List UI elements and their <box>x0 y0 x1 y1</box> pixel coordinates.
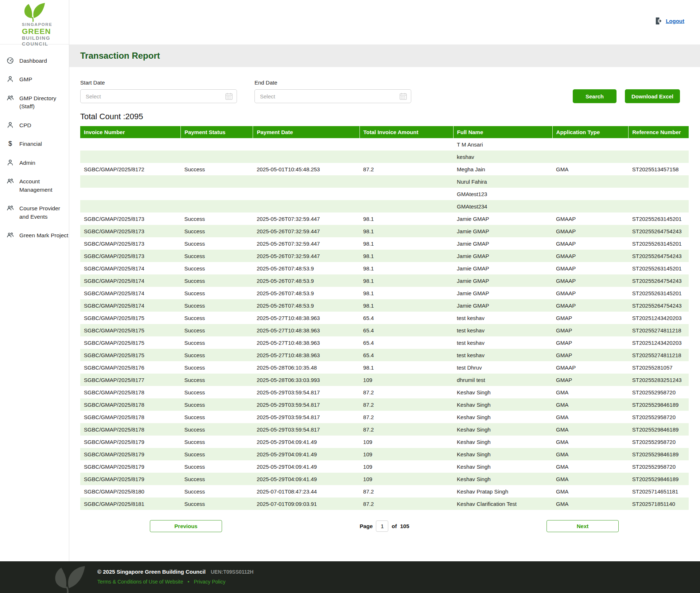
footer-copyright: © 2025 Singapore Green Building Council <box>97 569 206 575</box>
cell-application-type: GMA <box>552 411 629 423</box>
cell-invoice-number: SGBC/GMAP/2025/8178 <box>80 411 180 423</box>
cell-full-name: Jamie GMAP <box>453 262 552 274</box>
cell-application-type: GMAP <box>552 349 629 361</box>
sidebar-item-account-management[interactable]: Account Management <box>6 177 69 194</box>
privacy-policy-link[interactable]: Privacy Policy <box>194 579 225 585</box>
table-row: SGBC/GMAP/2025/8180Success2025-07-01T08:… <box>80 485 689 498</box>
sgbc-logo: SINGAPORE GREEN BUILDING COUNCIL <box>0 0 69 44</box>
filters-row: Start Date <box>80 79 689 103</box>
cell-reference-number[interactable]: ST20255264754243 <box>629 225 689 237</box>
cell-reference-number[interactable]: ST2025529846189 <box>629 473 689 485</box>
cell-reference-number[interactable]: ST20255283251243 <box>629 374 689 386</box>
terms-link[interactable]: Terms & Conditions of Use of Website <box>97 579 183 585</box>
cell-payment-status <box>180 175 253 188</box>
people-icon <box>6 231 14 239</box>
logout-link[interactable]: Logout <box>654 17 684 25</box>
cell-payment-date: 2025-05-29T03:59:54.817 <box>253 423 359 436</box>
cell-total-invoice-amount <box>359 175 453 188</box>
cell-full-name: Keshav Singh <box>453 386 552 398</box>
sidebar-item-dashboard[interactable]: Dashboard <box>6 57 69 65</box>
cell-reference-number[interactable]: ST20251243420203 <box>629 312 689 324</box>
sidebar-item-admin[interactable]: Admin <box>6 159 69 167</box>
cell-payment-date <box>253 138 359 151</box>
next-page-button[interactable]: Next <box>547 520 619 532</box>
table-row: SGBC/GMAP/2025/8178Success2025-05-29T03:… <box>80 411 689 423</box>
cell-payment-date <box>253 151 359 163</box>
cell-reference-number[interactable]: ST20255274811218 <box>629 324 689 336</box>
filter-buttons: Search Download Excel <box>573 89 680 103</box>
cell-application-type: GMAP <box>552 374 629 386</box>
cell-payment-date: 2025-07-01T08:47:23.44 <box>253 485 359 498</box>
cell-reference-number[interactable]: ST202552958720 <box>629 436 689 448</box>
cell-full-name: keshav <box>453 151 552 163</box>
footer-uen: UEN:T09SS0112H <box>211 569 254 575</box>
table-header: Invoice NumberPayment StatusPayment Date… <box>80 126 689 138</box>
column-header-invoice-number: Invoice Number <box>80 126 180 138</box>
end-date-input[interactable] <box>254 89 411 103</box>
cell-reference-number[interactable]: ST20255274811218 <box>629 349 689 361</box>
sidebar-item-cpd[interactable]: CPD <box>6 121 69 129</box>
cell-reference-number[interactable]: ST2025529846189 <box>629 423 689 436</box>
cell-reference-number[interactable]: ST202571851140 <box>629 498 689 510</box>
cell-reference-number[interactable]: ST2025529846189 <box>629 398 689 411</box>
cell-application-type: GMAAP <box>552 250 629 262</box>
sidebar-item-green-mark-project[interactable]: Green Mark Project <box>6 231 69 239</box>
cell-payment-status <box>180 188 253 200</box>
cell-reference-number[interactable]: ST2025529846189 <box>629 448 689 460</box>
cell-total-invoice-amount: 87.2 <box>359 163 453 175</box>
logout-icon <box>654 17 663 25</box>
cell-reference-number[interactable]: ST20255263145201 <box>629 237 689 250</box>
cell-reference-number[interactable]: ST20255264754243 <box>629 299 689 312</box>
table-row: keshav <box>80 151 689 163</box>
cell-application-type: GMAAP <box>552 237 629 250</box>
cell-payment-status: Success <box>180 349 253 361</box>
cell-payment-date <box>253 200 359 212</box>
cell-application-type <box>552 151 629 163</box>
cell-total-invoice-amount: 87.2 <box>359 498 453 510</box>
cell-reference-number[interactable]: ST20255264754243 <box>629 250 689 262</box>
sidebar-item-gmp[interactable]: GMP <box>6 75 69 83</box>
cell-full-name: Jamie GMAP <box>453 299 552 312</box>
page-label: Page <box>359 523 373 529</box>
cell-reference-number[interactable]: ST20251243420203 <box>629 336 689 349</box>
sidebar-item-course-provider-and-events[interactable]: Course Provider and Events <box>6 204 69 221</box>
cell-invoice-number: SGBC/GMAP/2025/8176 <box>80 361 180 374</box>
cell-reference-number[interactable]: ST2025513457158 <box>629 163 689 175</box>
page-number-input[interactable] <box>376 520 388 532</box>
sidebar-item-label: Admin <box>19 159 35 167</box>
cell-payment-date: 2025-05-28T06:33:03.993 <box>253 374 359 386</box>
cell-reference-number[interactable]: ST20255263145201 <box>629 212 689 225</box>
cell-application-type: GMAAP <box>552 287 629 299</box>
cell-payment-status: Success <box>180 436 253 448</box>
cell-application-type: GMA <box>552 460 629 473</box>
people-icon <box>6 94 14 102</box>
cell-reference-number[interactable]: ST202552958720 <box>629 460 689 473</box>
cell-invoice-number: SGBC/GMAP/2025/8178 <box>80 423 180 436</box>
cell-full-name: Jamie GMAP <box>453 212 552 225</box>
cell-reference-number[interactable]: ST20255263145201 <box>629 262 689 274</box>
cell-reference-number[interactable]: ST20255281057 <box>629 361 689 374</box>
cell-invoice-number: SGBC/GMAP/2025/8173 <box>80 250 180 262</box>
search-button[interactable]: Search <box>573 89 617 103</box>
download-excel-button[interactable]: Download Excel <box>625 89 680 103</box>
cell-full-name: Jamie GMAP <box>453 287 552 299</box>
logo-line-building: BUILDING <box>22 35 69 41</box>
cell-reference-number[interactable]: ST202552958720 <box>629 386 689 398</box>
table-row: SGBC/GMAP/2025/8178Success2025-05-29T03:… <box>80 386 689 398</box>
cell-total-invoice-amount: 98.1 <box>359 361 453 374</box>
cell-full-name: dhrumil test <box>453 374 552 386</box>
start-date-input[interactable] <box>80 89 237 103</box>
cell-payment-date: 2025-05-27T10:48:38.963 <box>253 349 359 361</box>
cell-reference-number[interactable]: ST2025714651181 <box>629 485 689 498</box>
transaction-table: Invoice NumberPayment StatusPayment Date… <box>80 126 689 510</box>
table-row: SGBC/GMAP/2025/8178Success2025-05-29T03:… <box>80 398 689 411</box>
cell-reference-number[interactable]: ST202552958720 <box>629 411 689 423</box>
cell-invoice-number <box>80 175 180 188</box>
sidebar-item-financial[interactable]: $Financial <box>6 140 69 148</box>
cell-reference-number[interactable]: ST20255263145201 <box>629 287 689 299</box>
sidebar-item-gmp-directory-staff[interactable]: GMP Directory (Staff) <box>6 94 69 111</box>
cell-reference-number[interactable]: ST20255264754243 <box>629 274 689 287</box>
table-row: SGBC/GMAP/2025/8181Success2025-07-01T09:… <box>80 498 689 510</box>
cell-invoice-number: SGBC/GMAP/2025/8174 <box>80 287 180 299</box>
logo-line-green: GREEN <box>22 27 69 36</box>
